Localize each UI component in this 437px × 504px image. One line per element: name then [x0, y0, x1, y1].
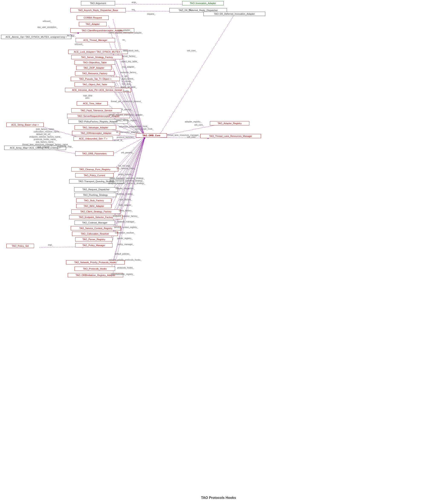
node-tao-policy-manager: TAO_Policy_Manager — [75, 243, 112, 247]
label-protocols-hooks-name: protocols_hooks_name_ — [34, 138, 57, 141]
node-tao-dii-deferred-invocation: TAO::DII_Deferred_Invocation_Adapter — [203, 12, 265, 16]
label-flushing-strategy: flushing_strategy_ — [117, 193, 134, 195]
label-codeset-manager: codeset_manager_ — [117, 221, 136, 223]
label-orb-core-1: orb_core_ — [187, 50, 197, 52]
label-service-context-registry: service_context_registry_ — [114, 226, 138, 228]
label-policy-factory-registry: policy_factory_registry_ — [116, 119, 139, 122]
label-rt-current: rt_current_ — [122, 80, 132, 82]
node-tao-thread-lane-resources-manager: TAO_Thread_Lane_Resources_Manager — [200, 134, 261, 138]
page-title: TAO Protocols Hooks — [201, 496, 236, 500]
label-resource-factory: resource_factory_ — [120, 71, 138, 73]
label-raw-user-exception: raw_user_exception_ — [37, 26, 58, 28]
node-tao-orb-core: TAO_ORB_Core — [136, 133, 167, 138]
node-corba-request: CORBA::Request — [77, 16, 109, 20]
label-policy-manager: policy_manager_ — [118, 243, 134, 246]
label-server-id: server_id_ — [113, 139, 123, 141]
label-protocol-factories: protocol_factories_ — [117, 136, 135, 138]
node-tao-pseudo-var-t: TAO_Pseudo_Var_T< Object > — [71, 77, 120, 81]
svg-line-40 — [112, 137, 145, 277]
diagram-container: TAO::Argument TAO_Asynch_Reply_Dispatche… — [0, 0, 437, 504]
label-protocols-hooks: protocols_hooks_ — [117, 267, 134, 269]
node-ace-atomic-op: ACE_Atomic_Op< TAO_SYNCH_MUTEX, unsigned… — [1, 35, 71, 39]
svg-line-26 — [113, 137, 145, 183]
label-poa-adapter: poa_adapter_ — [118, 29, 131, 31]
label-ft-service: ft_service_ — [122, 108, 132, 111]
label-server-factory: server_factory_ — [122, 55, 137, 57]
label-thr-mgr: thr_mgr_ — [67, 35, 76, 37]
label-invoke-hook: invoke_hook_ — [135, 125, 149, 128]
label-zero: zero — [85, 97, 89, 99]
svg-line-46 — [160, 14, 234, 134]
label-client-factory: client_factory_ — [119, 209, 132, 212]
label-collocation-resolver: collocation_resolver_ — [115, 232, 135, 234]
label-adapter-registry: adapter_registry_ — [185, 121, 202, 123]
node-tao-client-strategy-factory: TAO_Client_Strategy_Factory — [71, 209, 120, 214]
label-parser-registry: parser_registry_ — [117, 237, 132, 239]
label-ior-interceptor-adapter: ior_interceptor_adapter_ — [116, 131, 139, 133]
node-tao-orb-parameters: TAO_ORB_Parameters — [75, 151, 114, 156]
node-tao-cleanup-func-registry: TAO_Cleanup_Func_Registry — [71, 167, 118, 172]
label-init-ref-map: init_ref_map_ — [118, 165, 131, 167]
label-endpoint-selector-factory: endpoint_selector_factory_ — [113, 215, 139, 217]
node-tao-argument: TAO::Argument — [81, 1, 115, 5]
node-ace-thread-manager: ACE_Thread_Manager — [76, 38, 115, 42]
node-tao-adapter-registry: TAO_Adapter_Registry — [210, 121, 249, 125]
node-tao-invocation-adapter: TAO::Invocation_Adapter — [182, 1, 224, 5]
node-tao-codeset-manager: TAO_Codeset_Manager — [75, 221, 115, 225]
label-ziop-adapter: ziop_adapter_ — [122, 66, 135, 68]
label-bidir-adapter: bidir_adapter_ — [119, 204, 132, 206]
label-poa-current: poa_current_ — [122, 78, 134, 80]
node-tao-objectkey-table: TAO::ObjectKey_Table — [75, 60, 115, 65]
label-valuetype-adapter: valuetype_adapter_ — [119, 125, 138, 128]
label-args: args_ — [132, 1, 137, 3]
label-collocation-resolver-name: collocation_resolver_name_ — [34, 131, 60, 133]
label-request-dispatcher: request_dispatcher_ — [116, 187, 135, 190]
label-stub-factory-name: stub_factory_name_ — [36, 128, 55, 130]
label-orb-core-2: orb_core_ — [194, 124, 204, 126]
label-stub-factory: stub_factory_ — [119, 198, 132, 201]
node-tao-request-dispatcher: TAO_Request_Dispatcher — [74, 187, 118, 192]
node-tao-bidir-adapter: TAO_BiDir_Adapter — [76, 204, 111, 208]
label-config: config_ — [123, 90, 130, 92]
node-tao-protocols-hooks: TAO_Protocols_Hooks — [75, 267, 115, 271]
label-server-request-interceptor: server_request_interceptor_adapter_ — [109, 114, 144, 116]
label-orb-params: orb_params_ — [121, 151, 134, 154]
node-tao-parser-registry: TAO_Parser_Registry — [75, 237, 112, 241]
node-tao-ziop-adapter: TAO_ZIOP_Adapter — [76, 66, 111, 70]
node-ace-lock-adapter: ACE_Lock_Adapter< TAO_SYNCH_MUTEX > — [68, 50, 128, 54]
label-tm: tm_ — [122, 39, 126, 41]
label-rt-orb: rt_orb_ — [122, 75, 129, 77]
label-root-poa: root_poa_ — [122, 83, 131, 85]
node-ace-array-map: ACE_Array_Map< ACE_CString, ACE_CString … — [4, 146, 66, 150]
node-tao-collocation-resolver: TAO_Collocation_Resolver — [72, 232, 118, 236]
label-thread-per-connection: thread_per_connection_timeout_ — [111, 100, 142, 103]
label-flush-transport: flush_transport_queueing_strategy_ — [110, 180, 144, 182]
label-data-block-lock: data_block_lock_ — [123, 50, 139, 52]
label-network-priority: network_priority_protocols_hooks_ — [109, 259, 142, 261]
node-tao-asynch-reply: TAO_Asynch_Reply_Dispatcher_Base — [70, 8, 126, 12]
label-default-policies: default_policies_ — [115, 253, 131, 255]
label-endpoints-map: endpoints_map_ — [57, 145, 73, 148]
node-tao-service-context-registry: TAO_Service_Context_Registry — [71, 226, 121, 230]
label-default-init-ref: default_init_ref_ — [36, 133, 51, 135]
label-pref-network: pref_network_ — [37, 146, 51, 148]
label-object-key-table: object_key_table_ — [121, 60, 138, 63]
node-tao-adapter: TAO_Adapter — [79, 22, 107, 26]
node-ace-time-value: ACE_Time_Value — [77, 101, 108, 106]
label-eager-transport: eager_transport_queueing_strategy_ — [110, 177, 145, 179]
label-thread-lane-manager-factory-name: thread_lane_resources_manager_factory_na… — [22, 143, 69, 146]
node-tao-resource-factory: TAO_Resource_Factory — [75, 71, 114, 75]
label-max-time: max_time — [83, 94, 92, 97]
node-tao-object-ref-table: TAO_Object_Ref_Table — [75, 82, 115, 87]
label-request: request_ — [147, 13, 155, 15]
label-object-ref-table: object_ref_table_ — [120, 86, 137, 88]
label-impl: impl_ — [48, 244, 53, 246]
label-refcount: refcount_ — [43, 20, 51, 22]
node-ace-unbounded-set: ACE_Unbounded_Set< T > — [73, 136, 113, 141]
edges-svg — [0, 0, 437, 504]
node-tao-valuetype-adapter: TAO_Valuetype_Adapter — [75, 125, 116, 130]
node-tao-policy-set: TAO_Policy_Set — [6, 244, 34, 248]
label-client-request-interceptor-adapter: client_request_interceptor_adapter_ — [109, 31, 143, 34]
label-policy-current: policy_current_ — [118, 173, 133, 175]
label-poa-factory-name: poa_factory_name_ — [36, 141, 55, 143]
